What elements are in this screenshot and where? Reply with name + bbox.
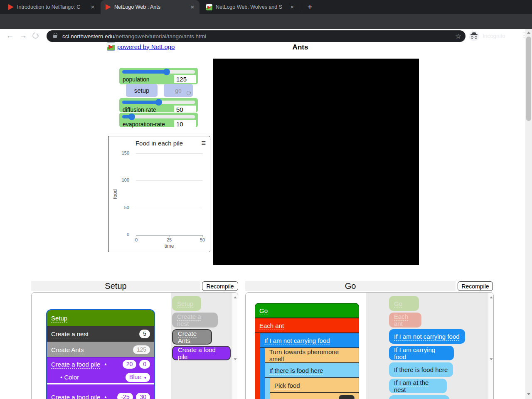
palette-block-each-ant[interactable]: Each ant	[389, 313, 421, 328]
block-label: Each ant	[394, 313, 416, 327]
forward-icon[interactable]: →	[18, 31, 28, 40]
netlogo-arrow-icon	[8, 4, 14, 10]
collapse-arrow-icon[interactable]: ▲	[103, 395, 107, 399]
gridline	[136, 208, 202, 208]
model-view-canvas[interactable]	[213, 59, 419, 265]
powered-by-link[interactable]: powered by NetLogo	[117, 43, 175, 50]
slider-thumb[interactable]	[155, 99, 162, 106]
bookmark-star-icon[interactable]: ☆	[455, 32, 461, 41]
incognito-badge: Incognito	[469, 30, 505, 42]
block-label: Create Ants	[51, 346, 84, 353]
scroll-up-icon[interactable]	[234, 296, 236, 298]
back-icon[interactable]: ←	[5, 31, 15, 40]
setup-block-workspace: Setup Create a nest 5 Create Ants 125 Cr…	[31, 292, 238, 399]
collapse-arrow-icon[interactable]: ▲	[103, 362, 107, 366]
setup-block-chain: Setup Create a nest 5 Create Ants 125 Cr…	[47, 310, 154, 399]
block-label: Create a food pile	[178, 346, 225, 360]
palette-block-partial[interactable]	[389, 395, 449, 399]
param-badge[interactable]: 20	[123, 360, 137, 369]
setup-button[interactable]: setup	[126, 84, 158, 97]
diffusion-rate-slider-widget: diffusion-rate 50	[119, 98, 198, 112]
block-pick-food[interactable]: Pick food	[270, 378, 359, 393]
y-tick: 50	[108, 205, 129, 210]
palette-block-create-a-nest[interactable]: Create a nest	[172, 313, 218, 328]
slider-value-input[interactable]: 125	[174, 75, 196, 83]
palette-block-if-at-nest[interactable]: If I am at the nest	[389, 379, 447, 393]
block-each-ant[interactable]: Each ant If I am not carrying food Turn …	[255, 318, 359, 399]
x-tick: 50	[196, 237, 209, 242]
tab-separator	[302, 3, 302, 11]
slider-thumb[interactable]	[128, 113, 135, 120]
block-label: Create Ants	[178, 330, 206, 344]
scroll-up-icon[interactable]	[527, 32, 530, 34]
block-create-a-nest[interactable]: Create a nest 5	[47, 326, 154, 342]
palette-block-setup[interactable]: Setup	[172, 296, 201, 311]
go-button-label: go	[175, 87, 182, 94]
reload-icon[interactable]	[31, 31, 40, 40]
palette-block-if-food-here[interactable]: If there is food here	[389, 362, 453, 377]
page-scrollbar[interactable]	[525, 29, 532, 399]
block-label: If I am at the nest	[394, 379, 442, 393]
close-icon[interactable]: ×	[189, 3, 196, 11]
palette-scrollbar[interactable]	[232, 293, 238, 399]
new-tab-button[interactable]: +	[305, 2, 315, 12]
block-if-food-here[interactable]: If there is food here Pick food	[265, 363, 359, 399]
chart-title: Food in each pile	[108, 140, 210, 147]
param-badge[interactable]: 125	[133, 345, 150, 354]
chart-menu-icon[interactable]: ≡	[201, 139, 206, 148]
url-path: /nettangoweb/tutorial/tango/ants.html	[114, 33, 206, 39]
param-badge[interactable]: 30	[136, 393, 150, 399]
palette-scrollbar[interactable]	[488, 293, 494, 399]
param-badge[interactable]	[339, 395, 355, 399]
dropdown-arrow-icon: ▾	[144, 375, 146, 380]
param-badge[interactable]: -25	[117, 393, 133, 399]
palette-block-if-not-carrying[interactable]: If I am not carrying food	[389, 329, 465, 344]
slider-value-input[interactable]: 10	[174, 120, 196, 128]
block-if-not-carrying-food[interactable]: If I am not carrying food Turn towards p…	[260, 333, 359, 399]
block-setup[interactable]: Setup	[47, 310, 154, 326]
block-go[interactable]: Go	[255, 303, 359, 318]
palette-block-create-ants[interactable]: Create Ants	[172, 329, 212, 345]
tab-netlogo-ants[interactable]: NetLogo Web : Ants ×	[101, 0, 200, 14]
scroll-down-icon[interactable]	[234, 358, 236, 360]
close-icon[interactable]: ×	[89, 3, 96, 11]
recompile-go-button[interactable]: Recompile	[458, 281, 493, 291]
color-dropdown[interactable]: Blue ▾	[126, 373, 150, 382]
food-plot: Food in each pile ≡ 150 100 50 0 0 25 50…	[108, 136, 210, 252]
slider-track[interactable]	[122, 115, 195, 118]
population-slider-widget: population 125	[119, 68, 198, 84]
param-badge[interactable]: 5	[139, 330, 150, 338]
recompile-setup-button[interactable]: Recompile	[202, 281, 238, 291]
block-turn-towards-pheromone[interactable]: Turn towards pheromone smell	[265, 348, 359, 363]
y-tick: 150	[108, 150, 129, 155]
block-create-food-pile-1[interactable]: Create a food pile ▲ 20 0 • Color Blue ▾	[47, 357, 154, 383]
block-label: Turn towards pheromone smell	[269, 348, 355, 362]
block-label: If there is food here	[394, 366, 448, 373]
scroll-down-icon[interactable]	[490, 358, 493, 360]
palette-block-create-food-pile[interactable]: Create a food pile	[172, 346, 231, 360]
scroll-up-icon[interactable]	[490, 296, 493, 298]
go-button[interactable]: go	[164, 84, 193, 97]
gridline	[136, 180, 202, 181]
block-partial[interactable]	[270, 393, 359, 399]
address-bar[interactable]: ccl.northwestern.edu /nettangoweb/tutori…	[47, 30, 466, 42]
slider-thumb[interactable]	[163, 69, 170, 75]
palette-block-if-carrying[interactable]: If I am carrying food	[389, 346, 454, 360]
param-badge[interactable]: 0	[139, 360, 150, 369]
slider-label: evaporation-rate	[123, 121, 165, 128]
tab-intro-nettango[interactable]: Introduction to NetTango: C ×	[3, 0, 100, 14]
tab-title: NetLogo Web : Ants	[114, 4, 186, 10]
tab-netlogo-wolves[interactable]: NetLogo Web: Wolves and S ×	[201, 0, 299, 14]
palette-block-go[interactable]: Go	[389, 296, 419, 311]
scrollbar-thumb[interactable]	[526, 37, 531, 121]
block-label: Create a food pile	[51, 394, 100, 399]
close-icon[interactable]: ×	[288, 3, 296, 11]
scroll-down-icon[interactable]	[527, 393, 530, 395]
slider-track[interactable]	[122, 70, 195, 74]
block-label: If I am not carrying food	[264, 337, 330, 344]
block-create-ants[interactable]: Create Ants 125	[47, 342, 154, 357]
lock-icon[interactable]	[53, 35, 57, 38]
slider-track[interactable]	[122, 101, 195, 104]
block-create-food-pile-2[interactable]: Create a food pile ▲ -25 30	[47, 384, 154, 399]
tab-title: NetLogo Web: Wolves and S	[216, 4, 286, 10]
